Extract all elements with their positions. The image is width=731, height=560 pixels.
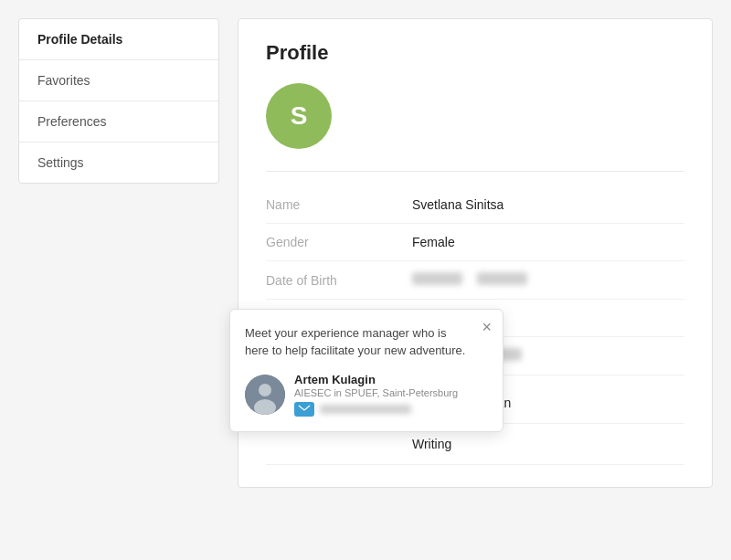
field-row-name: Name Svetlana Sinitsa [266, 186, 684, 224]
sidebar: Profile Details Favorites Preferences Se… [18, 18, 219, 184]
person-contact [294, 402, 488, 417]
sidebar-item-preferences[interactable]: Preferences [19, 101, 218, 143]
avatar [245, 375, 285, 415]
page-container: Profile Details Favorites Preferences Se… [18, 18, 713, 488]
popup-text: Meet your experience manager who is here… [245, 324, 488, 360]
page-title: Profile [266, 41, 684, 65]
sidebar-item-favorites[interactable]: Favorites [19, 60, 218, 101]
field-row-gender: Gender Female [266, 224, 684, 261]
popup-card: × Meet your experience manager who is he… [229, 309, 503, 432]
field-label-name: Name [266, 197, 412, 212]
sidebar-item-profile-details[interactable]: Profile Details [19, 19, 218, 60]
field-value-skills: Writing [412, 437, 451, 451]
contact-blurred [320, 405, 411, 414]
person-avatar-image [245, 375, 285, 415]
dob-blurred-1 [412, 272, 462, 285]
close-icon[interactable]: × [482, 319, 492, 335]
person-subtitle: AIESEC in SPUEF, Saint-Petersburg [294, 386, 488, 400]
dob-blurred-2 [477, 272, 527, 285]
person-avatar-svg [245, 375, 285, 415]
main-content: Profile S Name Svetlana Sinitsa Gender F… [238, 18, 713, 488]
field-label-gender: Gender [266, 235, 412, 249]
popup-person: Artem Kulagin AIESEC in SPUEF, Saint-Pet… [245, 373, 488, 417]
sidebar-item-settings[interactable]: Settings [19, 143, 218, 183]
mail-icon[interactable] [294, 402, 314, 417]
person-info: Artem Kulagin AIESEC in SPUEF, Saint-Pet… [294, 373, 488, 417]
field-row-dob: Date of Birth [266, 261, 684, 300]
field-value-gender: Female [412, 235, 455, 249]
avatar: S [266, 83, 332, 149]
avatar-container: S [266, 83, 684, 149]
field-value-name: Svetlana Sinitsa [412, 197, 503, 212]
person-name: Artem Kulagin [294, 373, 488, 386]
field-label-dob: Date of Birth [266, 273, 412, 288]
field-value-dob [412, 272, 527, 288]
svg-point-1 [259, 384, 271, 396]
